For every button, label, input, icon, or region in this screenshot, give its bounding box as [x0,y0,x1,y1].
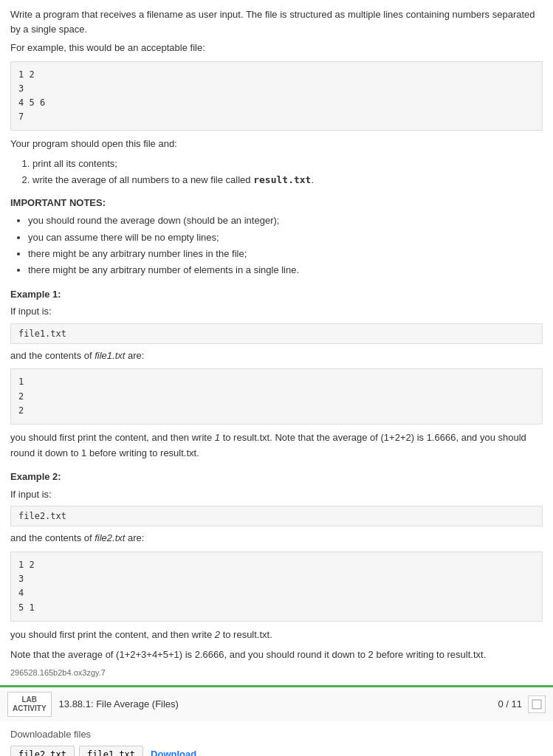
example2-file-italic: file2.txt [95,532,125,543]
example-file-line3: 4 5 6 [18,96,535,110]
example1-contents-label: and the contents of file1.txt are: [10,348,543,363]
ex2-line4: 5 1 [18,601,535,615]
main-content: Write a program that receives a filename… [0,0,553,679]
example2-description1: you should first print the content, and … [10,628,543,643]
download-label: Downloadable files [10,729,543,740]
lab-badge-line1: LAB [13,695,47,704]
example-file-line2: 3 [18,82,535,96]
task-item-1: print all its contents; [32,156,543,172]
notes-list: you should round the average down (shoul… [28,213,543,278]
intro-description: Write a program that receives a filename… [10,7,543,36]
intro-description2: For example, this would be an acceptable… [10,41,543,55]
ex2-line3: 4 [18,586,535,600]
result-txt: result.txt [253,174,311,185]
example-file-block: 1 2 3 4 5 6 7 [10,61,543,131]
download-section: Downloadable files file2.txt file1.txt D… [0,721,553,756]
ex1-line2: 2 [18,390,535,404]
download-link[interactable]: Download [151,749,196,756]
task-list: print all its contents; write the averag… [32,156,543,188]
example2-input-box: file2.txt [10,506,543,526]
task-item-2: write the average of all numbers to a ne… [32,172,543,188]
ex1-write-val: 1 [215,432,220,443]
score-icon [528,695,546,713]
important-header: IMPORTANT NOTES: [10,196,543,210]
svg-rect-0 [532,700,541,709]
example-file-line4: 7 [18,110,535,124]
lab-title: 13.88.1: File Average (Files) [59,698,498,709]
example2-if-input: If input is: [10,487,543,502]
example1-description: you should first print the content, and … [10,430,543,461]
note-4: there might be any arbitrary number of e… [28,262,543,278]
ex2-line2: 3 [18,572,535,586]
ex1-line1: 1 [18,375,535,389]
task-header: Your program should open this file and: [10,137,543,151]
note-3: there might be any arbitrary number line… [28,246,543,262]
lab-score: 0 / 11 [498,698,522,709]
example1-file-contents: 1 2 2 [10,368,543,425]
ex2-write-val: 2 [215,629,220,640]
ex1-line3: 2 [18,404,535,418]
example1-title: Example 1: [10,287,543,302]
note-1: you should round the average down (shoul… [28,213,543,229]
file-buttons: file2.txt file1.txt Download [10,746,543,756]
id-line: 296528.165b2b4.ox3zgy.7 [10,667,543,679]
lab-bar: LAB ACTIVITY 13.88.1: File Average (File… [0,685,553,721]
note-2: you can assume there will be no empty li… [28,230,543,246]
lab-badge-line2: ACTIVITY [13,704,47,713]
example2-file-contents: 1 2 3 4 5 1 [10,551,543,622]
example2-title: Example 2: [10,470,543,484]
file2-button[interactable]: file2.txt [10,746,75,756]
file1-button[interactable]: file1.txt [79,746,143,756]
example1-if-input: If input is: [10,304,543,319]
example1-input-box: file1.txt [10,323,543,344]
lab-badge: LAB ACTIVITY [7,692,52,717]
example-file-line1: 1 2 [18,68,535,82]
ex2-line1: 1 2 [18,558,535,572]
example2-description2: Note that the average of (1+2+3+4+5+1) i… [10,647,543,663]
example1-file-italic: file1.txt [95,350,125,361]
score-svg [532,699,542,709]
example2-contents-label: and the contents of file2.txt are: [10,531,543,546]
